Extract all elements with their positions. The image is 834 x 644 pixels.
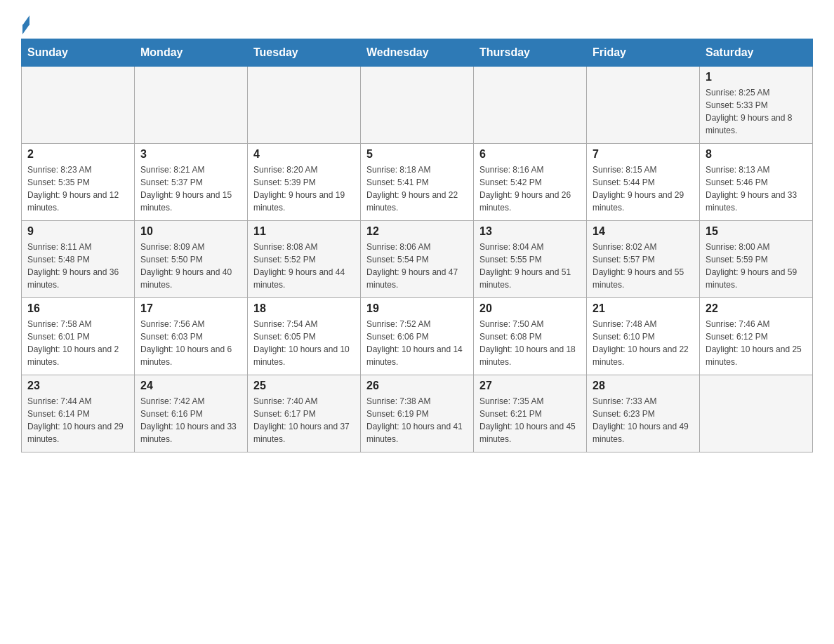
day-info: Sunrise: 8:11 AMSunset: 5:48 PMDaylight:… [27,241,128,291]
calendar-cell: 28Sunrise: 7:33 AMSunset: 6:23 PMDayligh… [587,375,700,452]
weekday-header-row: SundayMondayTuesdayWednesdayThursdayFrid… [22,39,813,67]
day-number: 26 [366,380,468,392]
day-number: 22 [706,302,807,315]
calendar-cell: 12Sunrise: 8:06 AMSunset: 5:54 PMDayligh… [361,221,474,298]
calendar-cell: 7Sunrise: 8:15 AMSunset: 5:44 PMDaylight… [587,144,700,221]
day-number: 10 [140,225,241,238]
calendar-cell: 25Sunrise: 7:40 AMSunset: 6:17 PMDayligh… [248,375,361,452]
page-header [21,14,813,32]
day-info: Sunrise: 7:40 AMSunset: 6:17 PMDaylight:… [253,395,355,445]
calendar-table: SundayMondayTuesdayWednesdayThursdayFrid… [21,39,813,452]
day-number: 25 [253,380,355,392]
day-info: Sunrise: 7:46 AMSunset: 6:12 PMDaylight:… [706,318,807,368]
day-info: Sunrise: 8:15 AMSunset: 5:44 PMDaylight:… [593,163,694,214]
weekday-header-tuesday: Tuesday [248,39,361,67]
weekday-header-friday: Friday [587,39,700,67]
day-info: Sunrise: 7:33 AMSunset: 6:23 PMDaylight:… [593,395,694,445]
day-number: 19 [366,302,468,315]
day-number: 16 [27,302,128,315]
calendar-cell: 15Sunrise: 8:00 AMSunset: 5:59 PMDayligh… [700,221,813,298]
day-number: 21 [593,302,694,315]
day-number: 13 [479,225,581,238]
calendar-cell [361,67,474,144]
calendar-cell: 6Sunrise: 8:16 AMSunset: 5:42 PMDaylight… [474,144,587,221]
day-number: 9 [27,225,128,238]
day-info: Sunrise: 7:44 AMSunset: 6:14 PMDaylight:… [27,395,128,445]
calendar-cell: 16Sunrise: 7:58 AMSunset: 6:01 PMDayligh… [22,298,135,375]
day-info: Sunrise: 7:38 AMSunset: 6:19 PMDaylight:… [366,395,468,445]
day-info: Sunrise: 8:23 AMSunset: 5:35 PMDaylight:… [27,163,128,214]
day-number: 24 [140,380,241,392]
calendar-cell: 23Sunrise: 7:44 AMSunset: 6:14 PMDayligh… [22,375,135,452]
calendar-cell [135,67,248,144]
day-number: 27 [479,380,581,392]
weekday-header-sunday: Sunday [22,39,135,67]
calendar-cell: 9Sunrise: 8:11 AMSunset: 5:48 PMDaylight… [22,221,135,298]
day-info: Sunrise: 7:54 AMSunset: 6:05 PMDaylight:… [253,318,355,368]
day-info: Sunrise: 8:13 AMSunset: 5:46 PMDaylight:… [706,163,807,214]
day-number: 12 [366,225,468,238]
calendar-cell: 10Sunrise: 8:09 AMSunset: 5:50 PMDayligh… [135,221,248,298]
calendar-cell [474,67,587,144]
day-number: 8 [706,148,807,161]
calendar-cell: 14Sunrise: 8:02 AMSunset: 5:57 PMDayligh… [587,221,700,298]
calendar-week-row: 16Sunrise: 7:58 AMSunset: 6:01 PMDayligh… [22,298,813,375]
weekday-header-wednesday: Wednesday [361,39,474,67]
day-number: 3 [140,148,241,161]
day-info: Sunrise: 8:20 AMSunset: 5:39 PMDaylight:… [253,163,355,214]
calendar-cell: 2Sunrise: 8:23 AMSunset: 5:35 PMDaylight… [22,144,135,221]
day-info: Sunrise: 7:56 AMSunset: 6:03 PMDaylight:… [140,318,241,368]
day-number: 1 [706,71,807,83]
day-number: 6 [479,148,581,161]
calendar-week-row: 1Sunrise: 8:25 AMSunset: 5:33 PMDaylight… [22,67,813,144]
calendar-week-row: 9Sunrise: 8:11 AMSunset: 5:48 PMDaylight… [22,221,813,298]
day-info: Sunrise: 8:06 AMSunset: 5:54 PMDaylight:… [366,241,468,291]
day-number: 17 [140,302,241,315]
calendar-cell: 19Sunrise: 7:52 AMSunset: 6:06 PMDayligh… [361,298,474,375]
calendar-week-row: 2Sunrise: 8:23 AMSunset: 5:35 PMDaylight… [22,144,813,221]
calendar-cell: 17Sunrise: 7:56 AMSunset: 6:03 PMDayligh… [135,298,248,375]
day-info: Sunrise: 7:58 AMSunset: 6:01 PMDaylight:… [27,318,128,368]
weekday-header-saturday: Saturday [700,39,813,67]
calendar-cell [700,375,813,452]
day-info: Sunrise: 7:48 AMSunset: 6:10 PMDaylight:… [593,318,694,368]
day-number: 20 [479,302,581,315]
day-info: Sunrise: 8:02 AMSunset: 5:57 PMDaylight:… [593,241,694,291]
calendar-cell [587,67,700,144]
calendar-cell [22,67,135,144]
calendar-cell: 18Sunrise: 7:54 AMSunset: 6:05 PMDayligh… [248,298,361,375]
calendar-cell: 3Sunrise: 8:21 AMSunset: 5:37 PMDaylight… [135,144,248,221]
calendar-cell: 11Sunrise: 8:08 AMSunset: 5:52 PMDayligh… [248,221,361,298]
calendar-cell: 22Sunrise: 7:46 AMSunset: 6:12 PMDayligh… [700,298,813,375]
day-number: 14 [593,225,694,238]
calendar-cell [248,67,361,144]
weekday-header-monday: Monday [135,39,248,67]
calendar-cell: 27Sunrise: 7:35 AMSunset: 6:21 PMDayligh… [474,375,587,452]
calendar-cell: 1Sunrise: 8:25 AMSunset: 5:33 PMDaylight… [700,67,813,144]
day-number: 23 [27,380,128,392]
day-info: Sunrise: 7:35 AMSunset: 6:21 PMDaylight:… [479,395,581,445]
calendar-cell: 8Sunrise: 8:13 AMSunset: 5:46 PMDaylight… [700,144,813,221]
day-number: 4 [253,148,355,161]
day-info: Sunrise: 8:04 AMSunset: 5:55 PMDaylight:… [479,241,581,291]
day-info: Sunrise: 8:18 AMSunset: 5:41 PMDaylight:… [366,163,468,214]
calendar-cell: 13Sunrise: 8:04 AMSunset: 5:55 PMDayligh… [474,221,587,298]
day-info: Sunrise: 7:50 AMSunset: 6:08 PMDaylight:… [479,318,581,368]
day-info: Sunrise: 8:25 AMSunset: 5:33 PMDaylight:… [706,86,807,137]
day-number: 15 [706,225,807,238]
day-info: Sunrise: 8:16 AMSunset: 5:42 PMDaylight:… [479,163,581,214]
weekday-header-thursday: Thursday [474,39,587,67]
calendar-week-row: 23Sunrise: 7:44 AMSunset: 6:14 PMDayligh… [22,375,813,452]
calendar-cell: 26Sunrise: 7:38 AMSunset: 6:19 PMDayligh… [361,375,474,452]
calendar-cell: 21Sunrise: 7:48 AMSunset: 6:10 PMDayligh… [587,298,700,375]
day-number: 18 [253,302,355,315]
logo [21,14,29,32]
day-info: Sunrise: 7:52 AMSunset: 6:06 PMDaylight:… [366,318,468,368]
day-info: Sunrise: 8:09 AMSunset: 5:50 PMDaylight:… [140,241,241,291]
calendar-cell: 5Sunrise: 8:18 AMSunset: 5:41 PMDaylight… [361,144,474,221]
day-number: 11 [253,225,355,238]
day-number: 28 [593,380,694,392]
day-info: Sunrise: 8:00 AMSunset: 5:59 PMDaylight:… [706,241,807,291]
day-number: 5 [366,148,468,161]
day-number: 7 [593,148,694,161]
